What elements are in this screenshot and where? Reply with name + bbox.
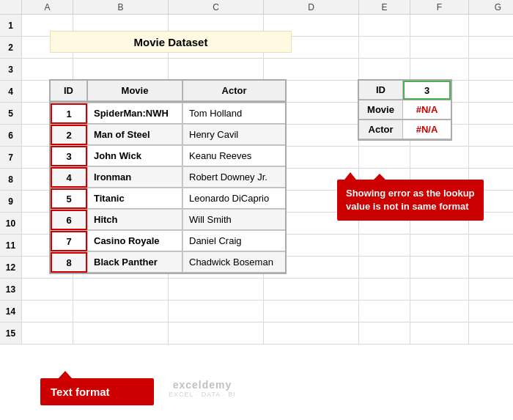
table-cell-actor: Daniel Craig xyxy=(182,231,285,251)
cell-c3[interactable] xyxy=(73,59,169,81)
cell-h14[interactable] xyxy=(469,301,513,323)
cell-b14[interactable] xyxy=(22,301,73,323)
table-row[interactable]: 8 Black Panther Chadwick Boseman xyxy=(51,251,285,273)
grid-row-13: 13 xyxy=(0,279,513,301)
lookup-movie-label: Movie xyxy=(359,100,403,119)
col-header-c: C xyxy=(169,0,264,15)
row-num-8: 8 xyxy=(0,169,22,191)
cell-g2[interactable] xyxy=(410,37,469,59)
cell-h7[interactable] xyxy=(469,147,513,169)
table-cell-actor: Will Smith xyxy=(182,210,285,230)
table-cell-movie: John Wick xyxy=(87,146,182,166)
row-num-13: 13 xyxy=(0,279,22,301)
table-cell-id: 5 xyxy=(51,188,87,209)
col-header-g: G xyxy=(469,0,513,15)
cell-d15[interactable] xyxy=(169,323,264,345)
cell-f13[interactable] xyxy=(359,279,410,301)
cell-e15[interactable] xyxy=(264,323,359,345)
lookup-actor-label: Actor xyxy=(359,120,403,139)
col-id-header: ID xyxy=(51,81,87,101)
cell-c13[interactable] xyxy=(73,279,169,301)
table-row[interactable]: 6 Hitch Will Smith xyxy=(51,209,285,230)
lookup-id-value[interactable]: 3 xyxy=(403,81,451,100)
table-cell-id: 6 xyxy=(51,210,87,230)
table-cell-actor: Tom Holland xyxy=(182,103,285,124)
cell-b3[interactable] xyxy=(22,59,73,81)
cell-f15[interactable] xyxy=(359,323,410,345)
cell-f14[interactable] xyxy=(359,301,410,323)
cell-f7[interactable] xyxy=(359,147,410,169)
lookup-id-label: ID xyxy=(359,81,403,100)
lookup-actor-row: Actor #N/A xyxy=(359,119,451,139)
cell-h5[interactable] xyxy=(469,103,513,125)
callout-arrow-up xyxy=(344,172,356,180)
row-num-10: 10 xyxy=(0,213,22,235)
cell-h1[interactable] xyxy=(469,15,513,37)
row-num-4: 4 xyxy=(0,81,22,103)
title-text: Movie Dataset xyxy=(134,36,208,48)
row-num-5: 5 xyxy=(0,103,22,125)
cell-g3[interactable] xyxy=(410,59,469,81)
lookup-movie-value: #N/A xyxy=(403,100,451,119)
grid-row-3: 3 xyxy=(0,59,513,81)
lookup-table: ID 3 Movie #N/A Actor #N/A xyxy=(358,79,452,141)
cell-e13[interactable] xyxy=(264,279,359,301)
table-cell-actor: Robert Downey Jr. xyxy=(182,167,285,188)
cell-c14[interactable] xyxy=(73,301,169,323)
cell-g14[interactable] xyxy=(410,301,469,323)
table-rows: 1 SpiderMan:NWH Tom Holland 2 Man of Ste… xyxy=(51,103,285,273)
dataset-title: Movie Dataset xyxy=(50,31,292,53)
col-header-rownum xyxy=(0,0,22,15)
text-format-label: Text format xyxy=(51,386,110,398)
cell-h11[interactable] xyxy=(469,235,513,257)
cell-g7[interactable] xyxy=(410,147,469,169)
cell-b13[interactable] xyxy=(22,279,73,301)
cell-h2[interactable] xyxy=(469,37,513,59)
cell-f2[interactable] xyxy=(359,37,410,59)
cell-f3[interactable] xyxy=(359,59,410,81)
table-row[interactable]: 3 John Wick Keanu Reeves xyxy=(51,145,285,166)
table-cell-actor: Keanu Reeves xyxy=(182,146,285,166)
table-row[interactable]: 1 SpiderMan:NWH Tom Holland xyxy=(51,103,285,124)
cell-c15[interactable] xyxy=(73,323,169,345)
table-cell-id: 8 xyxy=(51,252,87,273)
table-cell-movie: Ironman xyxy=(87,167,182,188)
row-num-1: 1 xyxy=(0,15,22,37)
cell-g12[interactable] xyxy=(410,257,469,279)
cell-f12[interactable] xyxy=(359,257,410,279)
cell-g13[interactable] xyxy=(410,279,469,301)
lookup-actor-value: #N/A xyxy=(403,120,451,139)
cell-h15[interactable] xyxy=(469,323,513,345)
cell-d14[interactable] xyxy=(169,301,264,323)
cell-h12[interactable] xyxy=(469,257,513,279)
row-num-15: 15 xyxy=(0,323,22,345)
table-cell-id: 2 xyxy=(51,125,87,145)
table-row[interactable]: 4 Ironman Robert Downey Jr. xyxy=(51,166,285,188)
cell-h3[interactable] xyxy=(469,59,513,81)
cell-d13[interactable] xyxy=(169,279,264,301)
cell-g1[interactable] xyxy=(410,15,469,37)
table-cell-actor: Henry Cavil xyxy=(182,125,285,145)
cell-d3[interactable] xyxy=(169,59,264,81)
table-row[interactable]: 7 Casino Royale Daniel Craig xyxy=(51,230,285,251)
cell-f11[interactable] xyxy=(359,235,410,257)
table-row[interactable]: 2 Man of Steel Henry Cavil xyxy=(51,124,285,145)
cell-h6[interactable] xyxy=(469,125,513,147)
col-actor-header: Actor xyxy=(182,81,285,101)
table-cell-id: 4 xyxy=(51,167,87,188)
cell-h4[interactable] xyxy=(469,81,513,103)
column-headers: A B C D E F G xyxy=(0,0,513,15)
table-row[interactable]: 5 Titanic Leonardo DiCaprio xyxy=(51,188,285,209)
cell-g15[interactable] xyxy=(410,323,469,345)
cell-h13[interactable] xyxy=(469,279,513,301)
cell-b15[interactable] xyxy=(22,323,73,345)
cell-f1[interactable] xyxy=(359,15,410,37)
col-movie-header: Movie xyxy=(87,81,182,101)
cell-g11[interactable] xyxy=(410,235,469,257)
table-cell-actor: Chadwick Boseman xyxy=(182,252,285,273)
cell-e3[interactable] xyxy=(264,59,359,81)
callout-text: Showing error as the lookup value is not… xyxy=(346,188,475,212)
col-header-e: E xyxy=(359,0,410,15)
cell-e14[interactable] xyxy=(264,301,359,323)
table-cell-id: 1 xyxy=(51,103,87,124)
